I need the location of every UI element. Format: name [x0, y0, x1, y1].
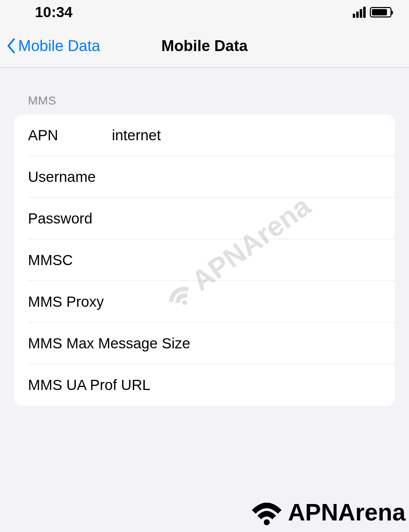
- cellular-signal-icon: [353, 7, 366, 18]
- wifi-icon: [247, 497, 286, 527]
- password-input[interactable]: [112, 210, 381, 227]
- status-time: 10:34: [35, 4, 72, 21]
- chevron-left-icon: [7, 38, 15, 53]
- back-label: Mobile Data: [18, 37, 100, 55]
- apn-input[interactable]: [112, 127, 381, 144]
- password-row[interactable]: Password: [14, 198, 395, 239]
- username-label: Username: [28, 169, 112, 185]
- back-button[interactable]: Mobile Data: [0, 37, 100, 55]
- mms-ua-prof-row[interactable]: MMS UA Prof URL: [14, 364, 395, 406]
- mms-ua-prof-label: MMS UA Prof URL: [28, 377, 381, 393]
- page-title: Mobile Data: [162, 37, 248, 55]
- mms-settings-group: APN Username Password MMSC MMS Proxy MMS…: [14, 114, 395, 406]
- status-bar: 10:34: [0, 0, 409, 24]
- watermark-bottom: APNArena: [247, 497, 406, 527]
- battery-icon: [370, 7, 392, 17]
- mms-proxy-row[interactable]: MMS Proxy: [14, 281, 395, 322]
- apn-row[interactable]: APN: [14, 114, 395, 156]
- mms-proxy-label: MMS Proxy: [28, 293, 112, 310]
- section-header-mms: MMS: [14, 94, 395, 114]
- mms-max-size-row[interactable]: MMS Max Message Size: [14, 322, 395, 364]
- status-indicators: [353, 7, 392, 18]
- navigation-bar: Mobile Data Mobile Data: [0, 24, 409, 68]
- username-row[interactable]: Username: [14, 156, 395, 198]
- mms-max-size-label: MMS Max Message Size: [28, 335, 381, 352]
- password-label: Password: [28, 210, 112, 227]
- mms-proxy-input[interactable]: [112, 293, 381, 310]
- mmsc-row[interactable]: MMSC: [14, 239, 395, 281]
- watermark-text: APNArena: [288, 498, 406, 526]
- mmsc-input[interactable]: [112, 252, 381, 269]
- apn-label: APN: [28, 127, 112, 144]
- mmsc-label: MMSC: [28, 252, 112, 269]
- username-input[interactable]: [112, 169, 381, 185]
- content: MMS APN Username Password MMSC MMS Proxy…: [0, 68, 409, 406]
- svg-point-1: [264, 519, 270, 525]
